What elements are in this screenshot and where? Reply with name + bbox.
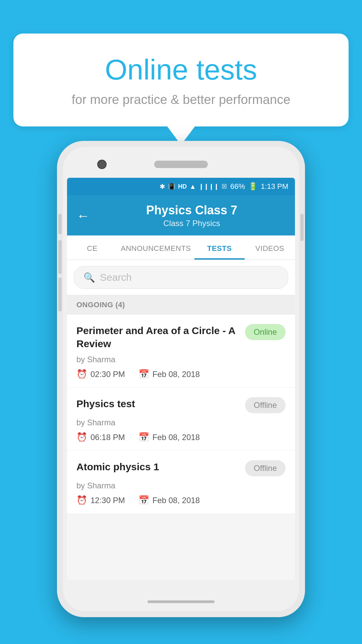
- calendar-icon: 📅: [138, 495, 149, 505]
- tab-videos[interactable]: VIDEOS: [245, 235, 295, 260]
- test-title: Physics test: [76, 397, 238, 410]
- phone-screen: ✱ 📳 HD ▲ ❙❙❙❙ ☒ 66%: [67, 178, 295, 580]
- test-date-value: Feb 08, 2018: [153, 496, 200, 505]
- search-icon: 🔍: [83, 272, 95, 283]
- tabs-bar: CE ANNOUNCEMENTS TESTS VIDEOS: [67, 235, 295, 260]
- status-icons: ✱ 📳 HD ▲ ❙❙❙❙ ☒: [160, 182, 227, 191]
- test-author: by Sharma: [76, 418, 286, 427]
- test-title: Perimeter and Area of a Circle - A Revie…: [76, 324, 238, 350]
- tab-tests[interactable]: TESTS: [194, 235, 245, 260]
- calendar-icon: 📅: [138, 369, 149, 379]
- speech-bubble-container: Online tests for more practice & better …: [13, 34, 349, 126]
- test-time: ⏰ 06:18 PM: [76, 432, 125, 442]
- volume-up-button: [58, 240, 62, 274]
- phone-bottom-hardware: [67, 580, 295, 607]
- battery-icon: 🔋: [248, 182, 257, 191]
- app-header: ← Physics Class 7 Class 7 Physics: [67, 195, 295, 235]
- front-camera: [97, 160, 107, 169]
- test-date: 📅 Feb 08, 2018: [138, 369, 200, 379]
- header-title-area: Physics Class 7 Class 7 Physics: [98, 203, 286, 228]
- test-time-value: 02:30 PM: [90, 370, 125, 379]
- test-author: by Sharma: [76, 355, 286, 364]
- signal-icon: ❙❙❙❙: [199, 183, 219, 190]
- phone-inner: ✱ 📳 HD ▲ ❙❙❙❙ ☒ 66%: [63, 147, 299, 611]
- earpiece-speaker: [154, 161, 208, 168]
- power-button: [300, 214, 304, 241]
- breadcrumb: Class 7 Physics: [98, 219, 286, 228]
- test-meta: ⏰ 02:30 PM 📅 Feb 08, 2018: [76, 369, 286, 379]
- vibrate-icon: 📳: [168, 183, 175, 190]
- ongoing-section-header: ONGOING (4): [67, 295, 295, 315]
- calendar-icon: 📅: [138, 432, 149, 442]
- test-date: 📅 Feb 08, 2018: [138, 495, 200, 505]
- clock-icon: ⏰: [76, 369, 87, 379]
- test-meta: ⏰ 12:30 PM 📅 Feb 08, 2018: [76, 495, 286, 505]
- back-button[interactable]: ←: [76, 208, 90, 223]
- signal-x-icon: ☒: [222, 183, 227, 190]
- status-badge: Offline: [245, 397, 286, 413]
- background: Online tests for more practice & better …: [0, 0, 362, 644]
- battery-text: 66%: [230, 182, 245, 191]
- wifi-icon: ▲: [189, 183, 196, 191]
- test-date: 📅 Feb 08, 2018: [138, 432, 200, 442]
- page-title: Physics Class 7: [98, 203, 286, 217]
- volume-down-button: [58, 278, 62, 311]
- test-time: ⏰ 02:30 PM: [76, 369, 125, 379]
- volume-silent-button: [58, 214, 62, 234]
- test-author: by Sharma: [76, 481, 286, 490]
- test-item[interactable]: Atomic physics 1 Offline by Sharma ⏰ 12:…: [67, 451, 295, 514]
- status-bar: ✱ 📳 HD ▲ ❙❙❙❙ ☒ 66%: [67, 178, 295, 195]
- test-title: Atomic physics 1: [76, 460, 238, 473]
- phone-outer: ✱ 📳 HD ▲ ❙❙❙❙ ☒ 66%: [57, 141, 305, 617]
- status-badge: Online: [245, 324, 286, 340]
- tab-ce[interactable]: CE: [67, 235, 117, 260]
- test-item[interactable]: Physics test Offline by Sharma ⏰ 06:18 P…: [67, 388, 295, 451]
- time-text: 1:13 PM: [261, 182, 288, 191]
- hd-badge: HD: [178, 183, 187, 190]
- status-badge: Offline: [245, 460, 286, 476]
- search-bar-wrapper: 🔍 Search: [67, 260, 295, 295]
- test-item[interactable]: Perimeter and Area of a Circle - A Revie…: [67, 315, 295, 388]
- tab-announcements[interactable]: ANNOUNCEMENTS: [117, 235, 194, 260]
- bubble-title: Online tests: [34, 54, 328, 86]
- search-input[interactable]: Search: [100, 272, 132, 283]
- home-bar: [147, 600, 215, 603]
- bluetooth-icon: ✱: [160, 182, 165, 191]
- test-item-header: Physics test Offline: [76, 397, 286, 413]
- test-time-value: 06:18 PM: [90, 433, 125, 442]
- search-bar[interactable]: 🔍 Search: [74, 266, 288, 289]
- test-date-value: Feb 08, 2018: [153, 433, 200, 442]
- phone-mockup: ✱ 📳 HD ▲ ❙❙❙❙ ☒ 66%: [57, 141, 305, 617]
- test-item-header: Perimeter and Area of a Circle - A Revie…: [76, 324, 286, 350]
- test-time: ⏰ 12:30 PM: [76, 495, 125, 505]
- bubble-subtitle: for more practice & better performance: [34, 92, 328, 108]
- ongoing-label: ONGOING (4): [76, 301, 125, 309]
- test-meta: ⏰ 06:18 PM 📅 Feb 08, 2018: [76, 432, 286, 442]
- test-item-header: Atomic physics 1 Offline: [76, 460, 286, 476]
- test-date-value: Feb 08, 2018: [153, 370, 200, 379]
- speech-bubble: Online tests for more practice & better …: [13, 34, 349, 126]
- clock-icon: ⏰: [76, 432, 87, 442]
- test-time-value: 12:30 PM: [90, 496, 125, 505]
- clock-icon: ⏰: [76, 495, 87, 505]
- phone-top-hardware: [67, 151, 295, 178]
